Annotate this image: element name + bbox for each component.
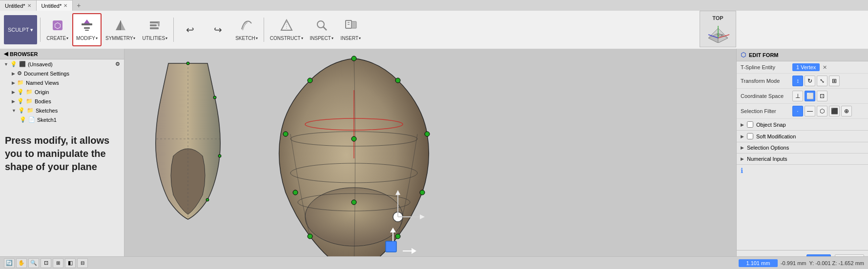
viewport[interactable] <box>124 49 736 269</box>
tab-close-1[interactable]: ✕ <box>27 3 31 8</box>
x-coord-box[interactable]: 1.101 mm <box>739 259 778 267</box>
svg-line-16 <box>323 27 327 30</box>
object-snap-checkbox[interactable] <box>747 121 753 128</box>
doc-settings-label: Document Settings <box>24 71 69 77</box>
zoom-btn[interactable]: 🔍 <box>28 258 39 268</box>
filter-face-btn[interactable]: ⬡ <box>817 106 827 116</box>
insert-tool[interactable]: INSERT ▾ <box>337 13 364 46</box>
svg-rect-18 <box>351 21 356 28</box>
svg-point-27 <box>305 188 403 246</box>
utilities-icon <box>148 19 162 35</box>
named-views-label: Named Views <box>26 80 59 86</box>
tab-untitled-1[interactable]: Untitled* ✕ <box>0 0 37 11</box>
browser-item-sketches[interactable]: ▼ 💡 📁 Sketches <box>0 106 124 115</box>
svg-point-36 <box>420 190 425 195</box>
svg-text:⬡: ⬡ <box>54 21 61 30</box>
soft-mod-arrow: ▶ <box>741 134 744 139</box>
selection-filter-label: Selection Filter <box>741 108 789 114</box>
modify-tool[interactable]: MODIFY ▾ <box>72 13 102 46</box>
modify-icon <box>80 19 94 35</box>
numerical-inputs-label: Numerical Inputs <box>747 156 787 162</box>
view-cube[interactable]: TOP TOP <box>700 11 736 47</box>
bodies-label: Bodies <box>35 98 51 104</box>
selection-options-section[interactable]: ▶ Selection Options <box>737 142 868 154</box>
tspline-clear-button[interactable]: ✕ <box>823 64 827 71</box>
filter-edge-btn[interactable]: — <box>805 106 815 116</box>
construct-tool[interactable]: CONSTRUCT ▾ <box>267 13 306 46</box>
sketch-file-icon: 📄 <box>28 116 35 123</box>
more-display-btn[interactable]: ⊟ <box>77 258 88 268</box>
gear-icon: ⚙ <box>17 70 22 77</box>
create-tool[interactable]: ⬡ CREATE ▾ <box>43 13 71 46</box>
tspline-value-button[interactable]: 1 Vertex <box>792 63 820 71</box>
sculpt-label: SCULPT ▾ <box>8 27 33 33</box>
coord-view-btn[interactable]: ⊡ <box>817 91 827 101</box>
browser-item-bodies[interactable]: ▶ 💡 📁 Bodies <box>0 96 124 106</box>
browser-item-origin[interactable]: ▶ 💡 📁 Origin <box>0 87 124 96</box>
display-btn[interactable]: ◧ <box>65 258 76 268</box>
pan-btn[interactable]: ✋ <box>16 258 27 268</box>
z-coord-text: Y: -0.001 Z: -1.652 mm <box>809 260 865 266</box>
tab-close-2[interactable]: ✕ <box>63 3 67 8</box>
edit-form-panel: ⬡ EDIT FORM T-Spline Entity 1 Vertex ✕ T… <box>736 49 868 269</box>
sculpt-button[interactable]: SCULPT ▾ <box>4 15 37 44</box>
numerical-inputs-section[interactable]: ▶ Numerical Inputs <box>737 154 868 165</box>
bulb-small-icon: 💡 <box>17 89 24 95</box>
sketch-label: SKETCH ▾ <box>235 36 258 41</box>
tab-label-2: Untitled* <box>41 3 62 9</box>
redo-tool[interactable]: ↪ <box>205 13 231 46</box>
svg-point-34 <box>395 78 400 83</box>
transform-scale-btn[interactable]: ⤡ <box>817 76 827 86</box>
annotation-text: Press modify, it allows you to manipulat… <box>0 124 124 183</box>
svg-point-42 <box>351 136 356 141</box>
svg-point-37 <box>395 234 400 239</box>
create-icon: ⬡ <box>51 19 64 35</box>
transform-move-btn[interactable]: ↕ <box>792 76 803 86</box>
browser-item-document-settings[interactable]: ▶ ⚙ Document Settings <box>0 69 124 78</box>
separator-1 <box>40 18 41 42</box>
coord-space-label: Coordinate Space <box>741 93 789 99</box>
transform-rotate-btn[interactable]: ↻ <box>805 76 815 86</box>
numerical-inputs-arrow: ▶ <box>741 156 744 161</box>
utilities-tool[interactable]: UTILITIES ▾ <box>139 13 170 46</box>
tab-label-1: Untitled* <box>5 3 25 9</box>
status-coords: 1.101 mm -0.991 mm Y: -0.001 Z: -1.652 m… <box>739 259 864 267</box>
settings-gear-icon: ⚙ <box>115 61 120 67</box>
filter-vertex-btn[interactable]: · <box>792 106 803 116</box>
browser-collapse-arrow[interactable]: ◀ <box>4 51 8 57</box>
tab-add-button[interactable]: + <box>73 1 84 9</box>
sketches-label: Sketches <box>36 108 58 114</box>
soft-mod-checkbox[interactable] <box>747 133 753 139</box>
browser-item-sketch1[interactable]: 💡 📄 Sketch1 <box>0 115 124 124</box>
edit-form-header: ⬡ EDIT FORM <box>737 49 868 61</box>
sketch1-label: Sketch1 <box>37 117 57 123</box>
svg-point-25 <box>218 154 221 157</box>
filter-all-btn[interactable]: ⊕ <box>841 106 852 116</box>
transform-combined-btn[interactable]: ⊞ <box>829 76 840 86</box>
soft-modification-section[interactable]: ▶ Soft Modification <box>737 131 868 142</box>
transform-mode-label: Transform Mode <box>741 78 789 84</box>
fit-btn[interactable]: ⊡ <box>41 258 51 268</box>
sketch-tool[interactable]: SKETCH ▾ <box>232 13 261 46</box>
symmetry-tool[interactable]: SYMMETRY ▾ <box>103 13 139 46</box>
grid-btn[interactable]: ⊞ <box>53 258 63 268</box>
info-icon: ℹ <box>741 167 743 174</box>
svg-rect-49 <box>386 241 396 252</box>
inspect-tool[interactable]: INSPECT ▾ <box>307 13 336 46</box>
browser-item-unsaved[interactable]: ▼ 💡 ⬛ (Unsaved) ⚙ <box>0 59 124 69</box>
view-cube-label: TOP <box>712 15 723 21</box>
coord-object-btn[interactable]: ⬜ <box>805 91 815 101</box>
separator-2 <box>173 18 174 42</box>
browser-item-named-views[interactable]: ▶ 📁 Named Views <box>0 78 124 87</box>
filter-body-btn[interactable]: ⬛ <box>829 106 840 116</box>
object-snap-label: Object Snap <box>756 122 786 128</box>
coord-world-btn[interactable]: ⊥ <box>792 91 803 101</box>
transform-mode-row: Transform Mode ↕ ↻ ⤡ ⊞ <box>737 74 868 89</box>
svg-rect-2 <box>82 23 92 25</box>
undo-tool[interactable]: ↩ <box>177 13 204 46</box>
object-snap-section[interactable]: ▶ Object Snap <box>737 119 868 131</box>
bulb-small-icon-sketches: 💡 <box>18 107 25 114</box>
orbit-btn[interactable]: 🔄 <box>4 258 15 268</box>
create-label: CREATE ▾ <box>46 36 68 41</box>
tab-untitled-2[interactable]: Untitled* ✕ <box>37 0 73 11</box>
